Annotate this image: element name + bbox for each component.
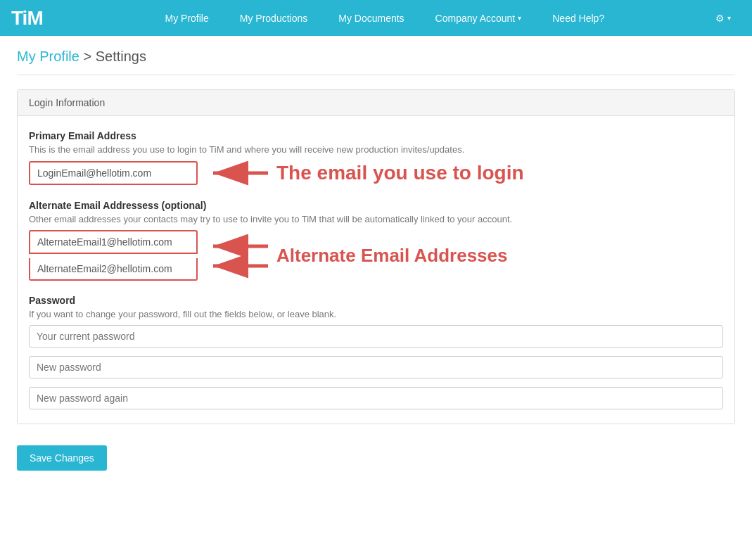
password-label: Password: [29, 295, 723, 306]
nav-item-company-account[interactable]: Company Account ▾: [420, 0, 537, 36]
breadcrumb-parent[interactable]: My Profile: [17, 49, 79, 64]
current-password-input[interactable]: [29, 325, 723, 348]
alternate-email-label: Alternate Email Addressess (optional): [29, 200, 723, 211]
breadcrumb-current: Settings: [96, 49, 146, 64]
gear-icon: ⚙: [715, 13, 725, 24]
nav-item-my-documents[interactable]: My Documents: [323, 0, 419, 36]
alternate-email-group: Alternate Email Addressess (optional) Ot…: [29, 200, 723, 281]
nav-item-my-productions[interactable]: My Productions: [224, 0, 323, 36]
alternate-email-row: Alternate Email Addresses: [29, 230, 723, 281]
nav-item-need-help[interactable]: Need Help?: [537, 0, 620, 36]
save-button[interactable]: Save Changes: [17, 445, 107, 471]
section-body: Primary Email Address This is the email …: [18, 116, 734, 424]
breadcrumb: My Profile > Settings: [17, 49, 735, 75]
alternate-email-input-2[interactable]: [29, 258, 198, 281]
page-content: My Profile > Settings Login Information …: [0, 36, 752, 499]
alternate-email-input-1[interactable]: [29, 230, 198, 254]
primary-email-annotation: The email you use to login: [206, 160, 723, 186]
primary-email-group: Primary Email Address This is the email …: [29, 130, 723, 186]
primary-email-input[interactable]: [29, 161, 198, 185]
nav-item-my-profile[interactable]: My Profile: [150, 0, 224, 36]
alternate-inputs-col: [29, 230, 198, 281]
primary-email-input-wrap: [29, 161, 198, 185]
arrow-icon: [206, 160, 269, 186]
chevron-down-icon: ▾: [518, 14, 521, 22]
double-arrow-icon: [206, 231, 269, 280]
alternate-email-annotation-text: Alternate Email Addresses: [276, 245, 508, 267]
alternate-annotation-arrow-wrap: Alternate Email Addresses: [206, 231, 508, 280]
section-header: Login Information: [18, 90, 734, 116]
navbar-right: ⚙ ▾: [706, 0, 741, 36]
primary-email-row: The email you use to login: [29, 160, 723, 186]
gear-button[interactable]: ⚙ ▾: [706, 0, 741, 36]
chevron-down-icon: ▾: [727, 14, 731, 22]
password-description: If you want to change your password, fil…: [29, 309, 723, 319]
nav-menu: My Profile My Productions My Documents C…: [64, 0, 706, 36]
navbar: TiM My Profile My Productions My Documen…: [0, 0, 752, 36]
brand-logo[interactable]: TiM: [11, 7, 43, 30]
login-info-section: Login Information Primary Email Address …: [17, 89, 735, 424]
alternate-email-description: Other email addresses your contacts may …: [29, 214, 723, 224]
password-group: Password If you want to change your pass…: [29, 295, 723, 409]
primary-email-annotation-text: The email you use to login: [276, 162, 524, 184]
primary-email-label: Primary Email Address: [29, 130, 723, 141]
new-password-input[interactable]: [29, 356, 723, 378]
password-inputs: [29, 325, 723, 409]
confirm-password-input[interactable]: [29, 387, 723, 409]
primary-email-description: This is the email address you use to log…: [29, 144, 723, 155]
